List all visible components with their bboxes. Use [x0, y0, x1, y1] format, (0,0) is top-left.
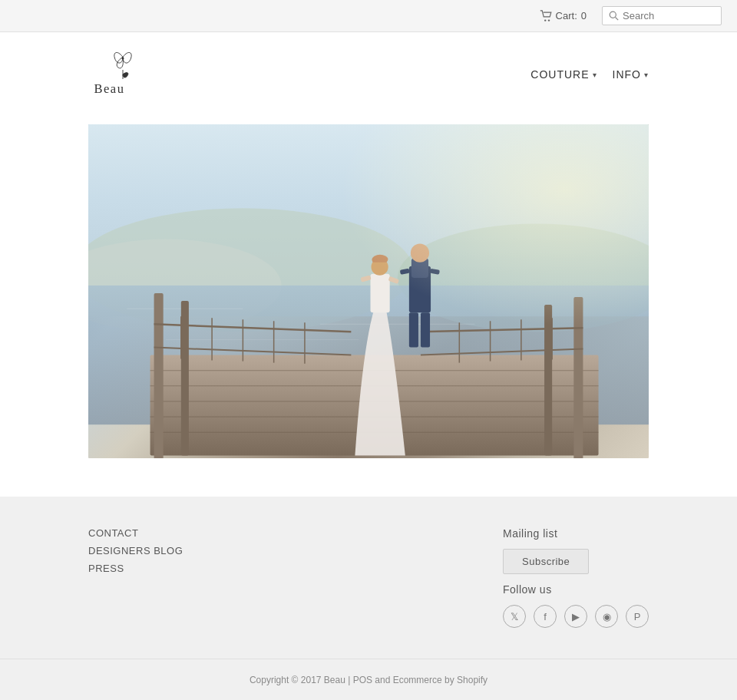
facebook-icon[interactable]: f [534, 605, 557, 628]
logo-svg: Beau [88, 48, 157, 101]
cart-icon [540, 10, 552, 22]
hero-section [0, 117, 737, 466]
search-icon [609, 11, 619, 21]
header: Beau COUTURE ▾ INFO ▾ [0, 32, 737, 117]
hero-scene [88, 124, 649, 458]
footer-links: CONTACT DESIGNERS BLOG PRESS [88, 527, 183, 574]
shopify-link[interactable]: Ecommerce by Shopify [393, 675, 487, 685]
copyright-text: Copyright © 2017 Beau | POS and [250, 675, 393, 685]
svg-text:Beau: Beau [94, 81, 125, 96]
top-bar: Cart: 0 [0, 0, 737, 32]
footer-press-link[interactable]: PRESS [88, 563, 183, 574]
footer-right: Mailing list Subscribe Follow us 𝕏 f ▶ ◉… [503, 527, 649, 628]
svg-point-1 [547, 19, 549, 21]
youtube-icon[interactable]: ▶ [564, 605, 587, 628]
footer-inner: CONTACT DESIGNERS BLOG PRESS Mailing lis… [88, 527, 649, 628]
logo[interactable]: Beau [88, 48, 157, 101]
search-box [602, 6, 722, 25]
nav: COUTURE ▾ INFO ▾ [530, 68, 649, 81]
nav-couture-label: COUTURE [530, 68, 589, 81]
instagram-icon[interactable]: ◉ [595, 605, 618, 628]
nav-info[interactable]: INFO ▾ [613, 68, 649, 81]
info-chevron-icon: ▾ [644, 71, 649, 79]
hero-image [88, 124, 649, 458]
hero-illustration [88, 124, 649, 458]
svg-line-3 [616, 18, 619, 21]
pinterest-icon[interactable]: P [626, 605, 649, 628]
couture-chevron-icon: ▾ [593, 71, 597, 79]
svg-point-2 [610, 12, 616, 18]
cart-link[interactable]: Cart: 0 [540, 10, 587, 22]
cart-label: Cart: [556, 10, 577, 21]
copyright-bar: Copyright © 2017 Beau | POS and Ecommerc… [0, 659, 737, 700]
nav-couture[interactable]: COUTURE ▾ [530, 68, 597, 81]
follow-title: Follow us [503, 583, 552, 596]
social-icons: 𝕏 f ▶ ◉ P [503, 605, 649, 628]
nav-info-label: INFO [613, 68, 641, 81]
subscribe-button[interactable]: Subscribe [503, 549, 589, 574]
footer-contact-link[interactable]: CONTACT [88, 527, 183, 539]
svg-point-4 [122, 58, 124, 60]
cart-count: 0 [581, 10, 587, 21]
svg-point-0 [544, 19, 546, 21]
mailing-title: Mailing list [503, 527, 557, 540]
search-input[interactable] [623, 10, 715, 21]
footer-designers-blog-link[interactable]: DESIGNERS BLOG [88, 545, 183, 556]
footer: CONTACT DESIGNERS BLOG PRESS Mailing lis… [0, 497, 737, 659]
twitter-icon[interactable]: 𝕏 [503, 605, 526, 628]
svg-rect-49 [88, 124, 649, 458]
